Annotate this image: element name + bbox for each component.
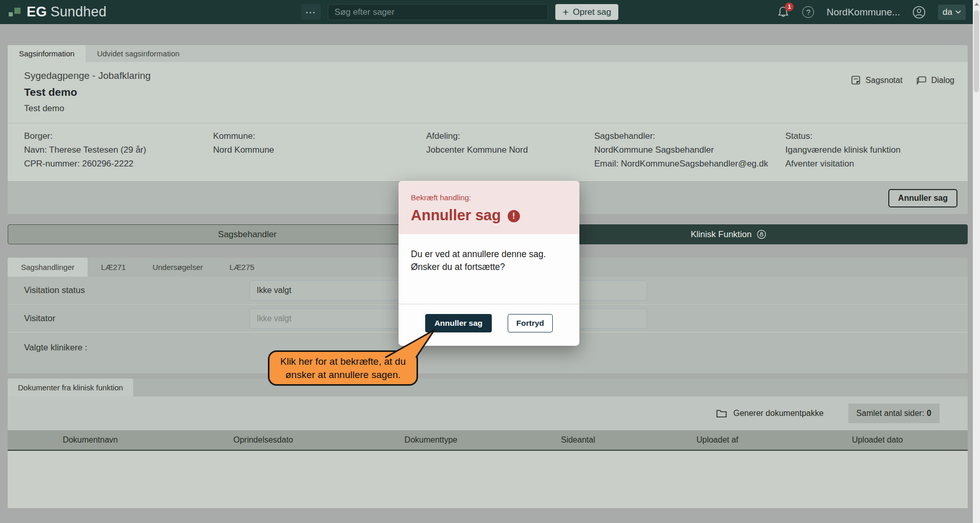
- brand-logo[interactable]: EGSundhed: [8, 0, 107, 24]
- chevron-down-icon: [955, 10, 961, 14]
- modal-header: Bekræft handling: Annuller sag !: [399, 181, 579, 234]
- scrollbar-up-arrow[interactable]: [973, 0, 980, 8]
- case-type: Sygedagpenge - Jobafklaring: [24, 70, 951, 81]
- info-col-borger: Borger: Navn: Therese Testesen (29 år) C…: [24, 131, 213, 169]
- eg-logo-icon: [8, 6, 22, 19]
- info-col-sagsbehandler: Sagsbehandler: NordKommune Sagsbehandler…: [594, 131, 785, 169]
- case-info-card: Sagsnotat Dialog Sygedagpenge - Jobafkla…: [8, 62, 968, 181]
- brand-bold: EG: [27, 4, 47, 19]
- col-dokumenttype: Dokumenttype: [353, 435, 508, 445]
- col-dokumentnavn: Dokumentnavn: [8, 435, 173, 445]
- top-navbar: EGSundhed ⋯ + Opret sag 1 ? NordKommune.: [0, 0, 980, 24]
- notifications-button[interactable]: 1: [778, 6, 790, 19]
- tab-dokumenter-fra-klinisk-funktion[interactable]: Dokumenter fra klinisk funktion: [8, 379, 133, 396]
- tab-undersogelser[interactable]: Undersøgelser: [139, 258, 216, 277]
- info-label: Kommune:: [213, 131, 426, 141]
- case-info-row: Borger: Navn: Therese Testesen (29 år) C…: [8, 123, 968, 181]
- total-pages-value: 0: [927, 409, 931, 417]
- scrollbar-thumb[interactable]: [974, 10, 979, 92]
- info-col-status: Status: Igangværende klinisk funktion Af…: [785, 131, 951, 169]
- cancel-case-button[interactable]: Annuller sag: [888, 189, 957, 207]
- lock-icon: [757, 229, 766, 239]
- case-search-box: [328, 4, 548, 20]
- tab-lae275[interactable]: LÆ275: [216, 258, 267, 277]
- tab-sagsinformation[interactable]: Sagsinformation: [8, 45, 86, 62]
- info-line: Nord Kommune: [213, 145, 426, 155]
- question-icon: ?: [806, 8, 810, 16]
- visitation-status-value: Ikke valgt: [257, 286, 291, 295]
- info-line: Igangværende klinisk funktion: [785, 145, 951, 155]
- modal-cancel-button[interactable]: Fortryd: [508, 314, 553, 332]
- app-root: EGSundhed ⋯ + Opret sag 1 ? NordKommune.: [0, 0, 980, 523]
- info-line: CPR-nummer: 260296-2222: [24, 159, 213, 169]
- info-line: Navn: Therese Testesen (29 år): [24, 145, 213, 155]
- info-col-kommune: Kommune: Nord Kommune: [213, 131, 426, 169]
- tab-lae271[interactable]: LÆ271: [88, 258, 139, 277]
- info-label: Borger:: [24, 131, 213, 141]
- info-label: Sagsbehandler:: [594, 131, 785, 141]
- role-right-label: Klinisk Funktion: [691, 229, 752, 240]
- dialog-label: Dialog: [931, 76, 954, 85]
- callout-tail: [359, 322, 446, 360]
- help-button[interactable]: ?: [802, 6, 814, 18]
- info-line: Jobcenter Kommune Nord: [426, 145, 594, 155]
- folder-icon: [716, 409, 727, 418]
- documents-toolbar: Generer dokumentpakke Samlet antal sider…: [8, 396, 968, 430]
- documents-table-empty: [8, 451, 968, 508]
- info-label: Status:: [785, 131, 951, 141]
- modal-kicker: Bekræft handling:: [411, 193, 567, 202]
- create-case-button[interactable]: + Opret sag: [555, 4, 618, 20]
- documents-card: Dokumenter fra klinisk funktion Generer …: [8, 379, 968, 508]
- tab-sagshandlinger[interactable]: Sagshandlinger: [8, 258, 88, 277]
- more-menu-button[interactable]: ⋯: [301, 4, 321, 20]
- notification-badge: 1: [785, 3, 794, 11]
- case-tabstrip: Sagsinformation Udvidet sagsinformation: [8, 45, 968, 62]
- modal-body-text: Du er ved at annullere denne sag. Ønsker…: [399, 234, 579, 304]
- info-line: Afventer visitation: [785, 159, 951, 169]
- role-left-label: Sagsbehandler: [218, 229, 277, 240]
- note-icon: [851, 75, 861, 86]
- case-note-label: Sagsnotat: [866, 76, 903, 85]
- create-case-label: Opret sag: [573, 7, 611, 17]
- chat-icon: [916, 76, 927, 86]
- case-note-button[interactable]: Sagsnotat: [851, 75, 903, 86]
- info-line: Email: NordKommuneSagsbehandler@eg.dk: [594, 159, 785, 169]
- info-line: NordKommune Sagsbehandler: [594, 145, 785, 155]
- info-col-afdeling: Afdeling: Jobcenter Kommune Nord: [426, 131, 594, 169]
- language-label: da: [943, 7, 952, 17]
- visitation-status-label: Visitation status: [24, 285, 249, 296]
- search-input[interactable]: [335, 7, 541, 17]
- total-pages-label: Samlet antal sider:: [857, 409, 925, 417]
- case-title: Test demo: [24, 86, 951, 98]
- confirm-cancel-modal: Bekræft handling: Annuller sag ! Du er v…: [399, 181, 579, 346]
- dialog-button[interactable]: Dialog: [916, 76, 954, 86]
- language-selector[interactable]: da: [938, 5, 966, 20]
- plus-icon: +: [562, 7, 569, 17]
- total-pages-box: Samlet antal sider:0: [848, 404, 940, 423]
- info-label: Afdeling:: [426, 131, 594, 141]
- col-oprindelsesdato: Oprindelsesdato: [173, 435, 353, 445]
- brand-title: EGSundhed: [27, 4, 107, 20]
- documents-tabstrip: Dokumenter fra klinisk funktion: [8, 379, 968, 396]
- org-name: NordKommune...: [826, 7, 900, 18]
- case-subtitle: Test demo: [24, 103, 951, 114]
- modal-title: Annuller sag: [411, 207, 501, 224]
- generate-package-button[interactable]: Generer dokumentpakke: [716, 409, 823, 418]
- user-avatar-icon[interactable]: [912, 6, 926, 19]
- col-sideantal: Sideantal: [508, 435, 648, 445]
- tab-udvidet-sagsinformation[interactable]: Udvidet sagsinformation: [86, 45, 191, 62]
- generate-package-label: Generer dokumentpakke: [733, 409, 823, 418]
- vertical-scrollbar[interactable]: [973, 0, 980, 523]
- col-uploadet-dato: Uploadet dato: [787, 435, 968, 445]
- visitator-label: Visitator: [24, 313, 249, 324]
- exclamation-icon: !: [508, 210, 520, 222]
- ellipsis-icon: ⋯: [305, 6, 317, 18]
- brand-light: Sundhed: [50, 4, 107, 19]
- documents-table-header: Dokumentnavn Oprindelsesdato Dokumenttyp…: [8, 430, 968, 451]
- col-uploadet-af: Uploadet af: [648, 435, 787, 445]
